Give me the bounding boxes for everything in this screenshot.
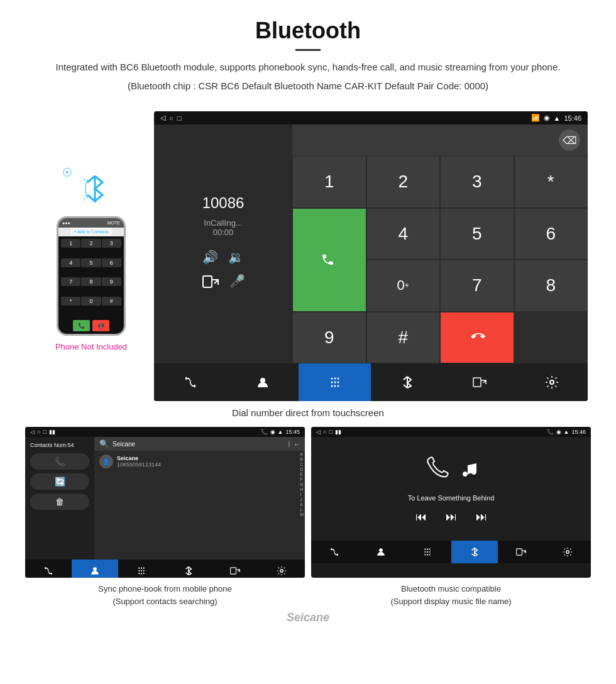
nav-phone-transfer[interactable]: [443, 363, 515, 401]
svg-point-14: [550, 380, 554, 384]
contacts-call-btn[interactable]: 📞: [30, 453, 89, 470]
back-icon: ◁: [30, 429, 35, 435]
end-call-button[interactable]: [440, 312, 514, 364]
contacts-search-bar[interactable]: 🔍 Seicane | ←: [94, 437, 305, 451]
nav-contacts[interactable]: [226, 363, 299, 401]
music-nav-settings[interactable]: [544, 541, 591, 563]
contacts-bottom-nav[interactable]: [25, 560, 305, 578]
contacts-nav-bt[interactable]: [165, 560, 212, 578]
music-phone-icon: [424, 454, 455, 485]
contacts-count: Contacts Num:54: [30, 442, 89, 448]
dial-numpad: ⌫ 1 2 3 * 4 5 6 0: [292, 124, 588, 363]
music-nav-transfer[interactable]: [498, 541, 544, 563]
numpad-key-4[interactable]: 4: [366, 208, 441, 260]
prev-track-btn[interactable]: ⏮: [415, 510, 427, 524]
music-nav-call[interactable]: [311, 541, 358, 563]
back-icon: ◁: [316, 429, 321, 435]
numpad-key-1[interactable]: 1: [292, 156, 366, 208]
numpad-key-6[interactable]: 6: [514, 208, 588, 260]
page-title: Bluetooth: [13, 18, 603, 44]
svg-point-10: [334, 385, 336, 387]
phone-key-4[interactable]: 4: [61, 258, 80, 267]
phone-key-1[interactable]: 1: [61, 239, 80, 248]
music-nav-dialpad[interactable]: [404, 541, 451, 563]
volume-down-btn[interactable]: 🔉: [228, 250, 244, 265]
nav-call-transfer[interactable]: [154, 363, 226, 401]
wifi-icon: ▲: [554, 114, 561, 122]
contacts-nav-settings[interactable]: [258, 560, 305, 578]
android-dial-screen: ◁ ○ □ 📶 ◉ ▲ 15:46 10086 InCalling... 00:…: [154, 111, 588, 401]
recents-icon: □: [177, 114, 182, 122]
nav-settings[interactable]: [515, 363, 588, 401]
music-controls[interactable]: ⏮ ⏭ ⏭: [415, 510, 487, 524]
numpad-key-7[interactable]: 7: [440, 260, 514, 312]
svg-point-11: [337, 385, 339, 387]
music-song-name: To Leave Something Behind: [408, 494, 495, 502]
alpha-g: G: [300, 482, 304, 487]
alpha-j: J: [300, 497, 304, 502]
contacts-delete-btn[interactable]: 🗑: [30, 494, 89, 510]
contacts-search-input[interactable]: Seicane: [113, 441, 285, 448]
backspace-btn[interactable]: ⌫: [559, 130, 580, 151]
nav-dialpad[interactable]: [299, 363, 371, 401]
contact-avatar: 👤: [99, 455, 113, 468]
numpad-key-0plus[interactable]: 0+: [366, 260, 441, 312]
numpad-key-hash[interactable]: #: [366, 312, 441, 364]
phone-key-3[interactable]: 3: [102, 239, 121, 248]
play-pause-btn[interactable]: ⏭: [446, 510, 457, 524]
numpad-key-9[interactable]: 9: [292, 312, 366, 364]
svg-point-7: [334, 382, 336, 383]
contacts-nav-call[interactable]: [25, 560, 72, 578]
contacts-nav-dialpad[interactable]: [118, 560, 165, 578]
mic-btn[interactable]: 🎤: [229, 273, 245, 294]
svg-point-32: [425, 551, 426, 553]
bottom-screens-area: ◁ ○ □ ▮▮ 📞 ◉ ▲ 15:45 Contacts Num:54 📞: [25, 427, 591, 607]
svg-point-8: [337, 382, 339, 383]
phone-key-9[interactable]: 9: [102, 277, 121, 286]
music-nav-bt[interactable]: [451, 541, 498, 563]
cursor-icon: |: [289, 441, 290, 447]
contacts-caption-line1: Sync phone-book from mobile phone: [98, 584, 231, 593]
phone-end-btn[interactable]: 📵: [92, 320, 109, 331]
alpha-i: I: [300, 492, 304, 497]
music-nav-person[interactable]: [358, 541, 404, 563]
phone-key-6[interactable]: 6: [102, 258, 121, 267]
transfer-btn[interactable]: [202, 273, 219, 294]
call-button[interactable]: [292, 208, 366, 312]
numpad-key-2[interactable]: 2: [366, 156, 441, 208]
svg-point-22: [139, 573, 140, 574]
next-track-btn[interactable]: ⏭: [476, 510, 487, 524]
phone-key-5[interactable]: 5: [81, 258, 101, 267]
contacts-nav-transfer[interactable]: [212, 560, 258, 578]
back-icon: ◁: [160, 114, 165, 122]
phone-key-7[interactable]: 7: [61, 277, 80, 286]
contacts-sync-btn[interactable]: 🔄: [30, 473, 89, 490]
phone-key-hash[interactable]: #: [102, 297, 121, 306]
home-icon: ○: [37, 429, 40, 435]
phone-key-2[interactable]: 2: [81, 239, 101, 248]
music-note-icon: [460, 460, 479, 479]
alpha-d: D: [300, 467, 304, 472]
phone-key-0[interactable]: 0: [81, 297, 101, 306]
contacts-nav-person[interactable]: [72, 560, 118, 578]
volume-up-btn[interactable]: 🔊: [202, 250, 218, 265]
svg-point-23: [141, 573, 142, 574]
music-screen-wrap: ◁ ○ □ ▮▮ 📞 ◉ ▲ 15:46: [311, 427, 591, 607]
svg-point-20: [141, 570, 142, 571]
alpha-index: A B C D E F G H I J K L M: [300, 451, 304, 560]
numpad-key-star[interactable]: *: [514, 156, 588, 208]
phone-key-star[interactable]: *: [61, 297, 80, 306]
music-bottom-nav[interactable]: [311, 541, 591, 563]
numpad-key-3[interactable]: 3: [440, 156, 514, 208]
nav-bluetooth[interactable]: [371, 363, 443, 401]
dial-bottom-nav[interactable]: [154, 363, 588, 401]
phone-key-8[interactable]: 8: [81, 277, 101, 286]
phone-call-btn[interactable]: 📞: [73, 320, 90, 331]
contact-phone: 10655059113144: [117, 461, 161, 468]
contact-item[interactable]: 👤 Seicane 10655059113144: [94, 451, 305, 472]
numpad-key-5[interactable]: 5: [440, 208, 514, 260]
sim-icon: ▮▮: [335, 429, 341, 435]
search-back-icon[interactable]: ←: [294, 441, 300, 448]
numpad-key-8[interactable]: 8: [514, 260, 588, 312]
svg-point-33: [427, 551, 428, 553]
